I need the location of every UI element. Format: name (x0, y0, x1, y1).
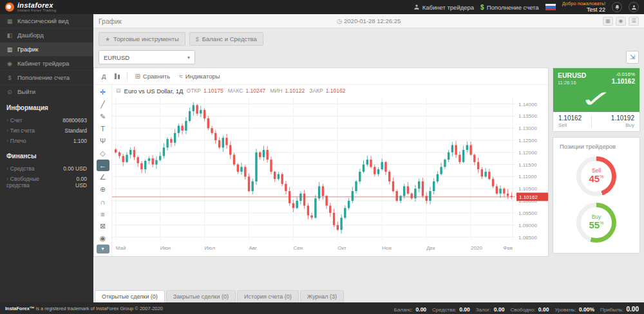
svg-text:1.11000: 1.11000 (518, 174, 537, 180)
calendar-button[interactable]: ▦ (603, 17, 613, 26)
info-row: ›Тип счетаStandard (6, 125, 87, 136)
feed-button[interactable]: ◉ (616, 17, 626, 26)
fullscreen-button[interactable]: ⇲ (626, 51, 639, 64)
account-stats: Баланс: 0.00Средства: 0.00Залог: 0.00Сво… (394, 302, 639, 314)
candles-icon (115, 73, 120, 79)
series-menu-icon[interactable]: ⊟ (116, 88, 121, 94)
svg-text:Дек: Дек (426, 245, 435, 251)
buy-button[interactable]: 1.10192 Buy (611, 115, 634, 129)
chevron-down-icon: ▾ (187, 55, 190, 60)
svg-text:1.12000: 1.12000 (518, 150, 537, 156)
stay-in-drawing-mode-tool[interactable]: ≡ (97, 208, 109, 220)
symbol-select[interactable]: EURUSD ▾ (99, 50, 195, 64)
bell-icon (614, 5, 620, 10)
person-icon (631, 5, 637, 10)
svg-text:Май: Май (116, 245, 126, 251)
quote-price: 1.10162 (612, 78, 635, 86)
chart-row: Д ⊞ Сравнить ≈ Индикаторы (93, 68, 644, 257)
svg-text:1.13500: 1.13500 (518, 113, 537, 119)
drawing-toolbar: ✛╱✎TΨ◇←∠⊕∩≡⊠◉▾ (94, 85, 112, 256)
zoom-tool[interactable]: ⊕ (97, 184, 109, 196)
instaforex-app: instaforex Instant Forex Trading Кабинет… (0, 0, 644, 314)
sidebar-item-trader-cabinet[interactable]: ◉ Кабинет трейдера (0, 57, 93, 71)
sidebar-item-classic-view[interactable]: ▦ Классический вид (0, 14, 93, 28)
tab-account-history[interactable]: История счета (0) (237, 290, 299, 302)
deposit-label: Пополнение счета (487, 4, 539, 11)
svg-text:1.09500: 1.09500 (518, 210, 537, 216)
tab-journal[interactable]: Журнал (3) (300, 290, 344, 302)
sidebar: ▦ Классический вид ◧ Дашборд ▥ График ◉ … (0, 14, 93, 302)
footer-stat: Свободно: 0.00 (510, 302, 549, 314)
balance-funds-button[interactable]: $ Баланс и Средства (189, 32, 263, 46)
deposit-link[interactable]: $ Пополнение счета (480, 4, 539, 11)
tab-open-trades[interactable]: Открытые сделки (0) (95, 290, 165, 302)
footer-stat: Уровень: 0.00% (554, 302, 594, 314)
menu-button[interactable]: ☰ (629, 17, 639, 26)
svg-text:Сен: Сен (293, 245, 303, 251)
trend-check-icon: ✓ (531, 86, 644, 112)
info-row: ›Свободные средства0.00 USD (6, 174, 87, 190)
sidebar-item-dashboard[interactable]: ◧ Дашборд (0, 28, 93, 42)
trend-line-tool[interactable]: ╱ (97, 98, 109, 110)
chart-canvas[interactable]: ⊟ Euro vs US Dollar, 1Д ОТКР1.10175 МАКС… (112, 85, 548, 256)
trading-instruments-button[interactable]: ★ Торговые инструменты (99, 32, 185, 46)
interval-button[interactable]: Д (98, 70, 109, 82)
chart-toolbar: Д ⊞ Сравнить ≈ Индикаторы (94, 68, 548, 85)
sidebar-menu: ▦ Классический вид ◧ Дашборд ▥ График ◉ … (0, 14, 93, 99)
arrow-tool[interactable]: ← (97, 160, 109, 171)
language-flag-ru[interactable] (545, 4, 556, 10)
toolbar-row: ★ Торговые инструменты $ Баланс и Средст… (93, 28, 644, 47)
trader-cabinet-icon: ◉ (6, 60, 13, 67)
trader-cabinet-link[interactable]: Кабинет трейдера (413, 4, 474, 11)
magnet-tool[interactable]: ∩ (97, 196, 109, 208)
pitchfork-tool[interactable]: Ψ (97, 135, 109, 147)
finance-section-title: Финансы (6, 152, 87, 160)
svg-text:1.11500: 1.11500 (518, 162, 537, 168)
quote-actions: 1.10162 Sell 1.10192 Buy (553, 112, 639, 131)
hide-drawings-tool[interactable]: ◉ (97, 233, 109, 245)
brush-tool[interactable]: ✎ (97, 111, 109, 122)
svg-text:1.10162: 1.10162 (519, 194, 538, 200)
sidebar-item-logout[interactable]: ⊙ Выйти (0, 85, 93, 99)
ohlc-readout: ОТКР1.10175 МАКС1.10247 МИН1.10122 ЗАКР1… (187, 88, 348, 94)
main-area: График ◷2020-01-28 12:26:25 ▦ ◉ ☰ ★ Торг… (93, 14, 644, 302)
chevron-right-icon: › (6, 127, 8, 134)
series-title: Euro vs US Dollar, 1Д (124, 88, 184, 95)
tab-closed-trades[interactable]: Закрытые сделки (0) (166, 290, 236, 302)
compare-icon: ⊞ (135, 73, 140, 80)
svg-text:1.08500: 1.08500 (518, 235, 537, 241)
pattern-tool[interactable]: ◇ (97, 147, 109, 159)
symbol-row: EURUSD ▾ ⇲ (93, 47, 644, 68)
person-icon (413, 4, 420, 10)
indicators-button[interactable]: ≈ Индикаторы (175, 70, 224, 82)
crosshair-tool[interactable]: ✛ (97, 87, 109, 98)
indicators-icon: ≈ (179, 73, 183, 80)
compare-button[interactable]: ⊞ Сравнить (131, 70, 174, 82)
chart-legend: ⊟ Euro vs US Dollar, 1Д ОТКР1.10175 МАКС… (112, 85, 548, 95)
sell-button[interactable]: 1.10162 Sell (558, 115, 582, 129)
quote-symbol: EURUSD (558, 71, 586, 80)
svg-text:Авг: Авг (249, 245, 258, 251)
collapse-toolbar-button[interactable]: ▾ (97, 245, 109, 254)
info-row: ›Плечо1:100 (6, 136, 87, 146)
profile-button[interactable] (629, 2, 639, 12)
content: ★ Торговые инструменты $ Баланс и Средст… (93, 28, 644, 302)
notifications-button[interactable] (612, 2, 622, 12)
svg-text:1.10500: 1.10500 (518, 186, 537, 192)
text-tool[interactable]: T (97, 123, 109, 134)
chart-panel: Д ⊞ Сравнить ≈ Индикаторы (93, 68, 549, 257)
svg-text:1.09000: 1.09000 (518, 223, 537, 228)
brand-logo[interactable]: instaforex Instant Forex Trading (5, 2, 56, 13)
sidebar-item-deposit[interactable]: $ Пополнение счета (0, 71, 93, 85)
dashboard-icon: ◧ (6, 32, 13, 39)
svg-text:Фев: Фев (503, 245, 513, 251)
measure-tool[interactable]: ∠ (97, 172, 109, 183)
svg-text:Июн: Июн (160, 245, 171, 251)
lock-tool[interactable]: ⊠ (97, 221, 109, 232)
svg-text:1.13000: 1.13000 (518, 125, 537, 131)
bottom-tabs: Открытые сделки (0)Закрытые сделки (0)Ис… (93, 290, 644, 302)
chart-type-button[interactable] (111, 71, 124, 82)
server-datetime: ◷2020-01-28 12:26:25 (93, 17, 644, 24)
sidebar-item-chart[interactable]: ▥ График (0, 42, 93, 57)
divider (127, 72, 128, 81)
